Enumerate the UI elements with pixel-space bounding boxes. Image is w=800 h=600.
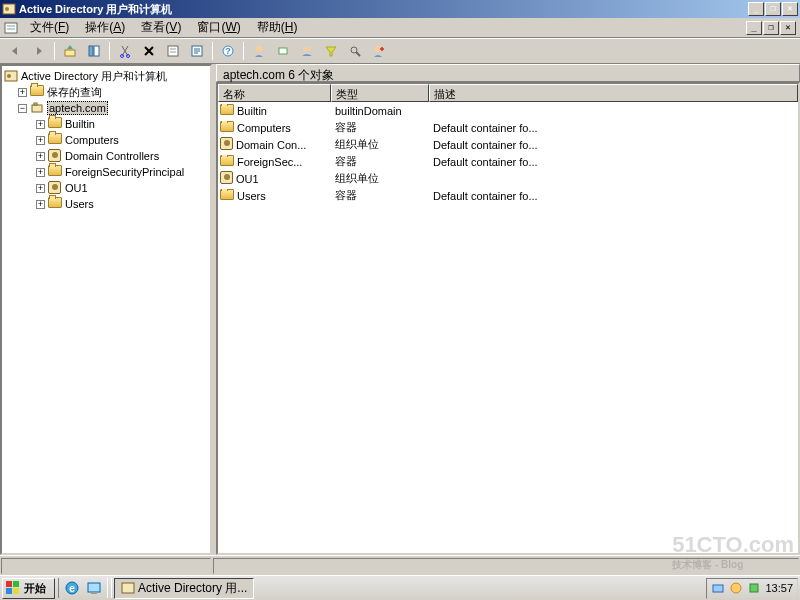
toolbar-separator (243, 42, 244, 60)
tree-label: OU1 (65, 182, 88, 194)
expand-icon[interactable]: + (36, 152, 45, 161)
app-icon (2, 2, 16, 16)
cell-type: builtinDomain (331, 105, 429, 117)
tree-item[interactable]: +OU1 (4, 180, 208, 196)
svg-point-1 (5, 7, 9, 11)
svg-rect-24 (6, 588, 12, 594)
expand-icon[interactable]: + (36, 168, 45, 177)
minimize-button[interactable]: _ (748, 2, 764, 16)
list-row[interactable]: Users容器Default container fo... (218, 187, 798, 204)
tray-icon[interactable] (729, 581, 743, 595)
window-title: Active Directory 用户和计算机 (19, 2, 748, 17)
cell-name: OU1 (236, 173, 259, 185)
statusbar (0, 555, 800, 575)
folder-icon (48, 197, 62, 211)
mdi-buttons: _ ❐ ✕ (746, 21, 796, 35)
column-desc[interactable]: 描述 (429, 84, 798, 102)
list-row[interactable]: Domain Con...组织单位Default container fo... (218, 136, 798, 153)
close-button[interactable]: ✕ (782, 2, 798, 16)
tree-item[interactable]: +Builtin (4, 116, 208, 132)
delete-button[interactable] (138, 40, 160, 62)
add-member-button[interactable] (368, 40, 390, 62)
svg-point-19 (7, 74, 11, 78)
list-body: 名称 类型 描述 BuiltinbuiltinDomainComputers容器… (216, 82, 800, 555)
forward-button[interactable] (28, 40, 50, 62)
tray-icon[interactable] (711, 581, 725, 595)
cell-name: Builtin (237, 105, 267, 117)
desktop-icon[interactable] (84, 578, 104, 598)
show-hide-button[interactable] (83, 40, 105, 62)
content-area: Active Directory 用户和计算机 + 保存的查询 − aptech… (0, 64, 800, 555)
expand-icon[interactable]: + (36, 120, 45, 129)
filter-button[interactable] (320, 40, 342, 62)
expand-icon[interactable]: + (18, 88, 27, 97)
folder-icon (220, 189, 234, 202)
expand-icon[interactable]: + (36, 184, 45, 193)
ad-icon (121, 581, 135, 595)
svg-point-15 (307, 47, 311, 51)
ie-icon[interactable]: e (62, 578, 82, 598)
cell-desc: Default container fo... (429, 122, 798, 134)
list-row[interactable]: ForeignSec...容器Default container fo... (218, 153, 798, 170)
cell-type: 组织单位 (331, 137, 429, 152)
clock[interactable]: 13:57 (765, 582, 793, 594)
status-panel (213, 558, 799, 574)
menu-action[interactable]: 操作(A) (77, 17, 133, 38)
help-button[interactable]: ? (217, 40, 239, 62)
mdi-close-button[interactable]: ✕ (780, 21, 796, 35)
maximize-button[interactable]: ❐ (765, 2, 781, 16)
svg-rect-8 (168, 46, 178, 56)
toolbar: ? (0, 38, 800, 64)
menu-view[interactable]: 查看(V) (133, 17, 189, 38)
expand-icon[interactable]: + (36, 200, 45, 209)
svg-rect-13 (279, 48, 287, 54)
column-name[interactable]: 名称 (218, 84, 331, 102)
tree-item[interactable]: +ForeignSecurityPrincipal (4, 164, 208, 180)
up-button[interactable] (59, 40, 81, 62)
svg-rect-31 (713, 585, 723, 592)
properties-button[interactable] (162, 40, 184, 62)
folder-icon (48, 133, 62, 147)
tree-label: Users (65, 198, 94, 210)
list-row[interactable]: OU1组织单位 (218, 170, 798, 187)
cell-type: 容器 (331, 188, 429, 203)
cell-desc: Default container fo... (429, 139, 798, 151)
new-group-button[interactable] (296, 40, 318, 62)
list-row[interactable]: Computers容器Default container fo... (218, 119, 798, 136)
menu-window[interactable]: 窗口(W) (189, 17, 248, 38)
taskbar: 开始 e Active Directory 用... 13:57 (0, 575, 800, 600)
collapse-icon[interactable]: − (18, 104, 27, 113)
tree-item[interactable]: +Domain Controllers (4, 148, 208, 164)
svg-rect-29 (91, 592, 97, 594)
tree-domain[interactable]: − aptech.com (4, 100, 208, 116)
search-button[interactable] (344, 40, 366, 62)
tray-icon[interactable] (747, 581, 761, 595)
tree-item[interactable]: +Users (4, 196, 208, 212)
back-button[interactable] (4, 40, 26, 62)
svg-rect-25 (13, 588, 19, 594)
svg-point-32 (731, 583, 741, 593)
folder-icon (48, 165, 62, 179)
cell-type: 容器 (331, 120, 429, 135)
start-button[interactable]: 开始 (2, 578, 55, 599)
find-button[interactable] (272, 40, 294, 62)
taskbar-task[interactable]: Active Directory 用... (114, 578, 254, 599)
tree-label: Builtin (65, 118, 95, 130)
mdi-minimize-button[interactable]: _ (746, 21, 762, 35)
svg-rect-28 (88, 583, 100, 592)
list-row[interactable]: BuiltinbuiltinDomain (218, 102, 798, 119)
column-type[interactable]: 类型 (331, 84, 429, 102)
toolbar-separator (54, 42, 55, 60)
menu-help[interactable]: 帮助(H) (249, 17, 306, 38)
mdi-restore-button[interactable]: ❐ (763, 21, 779, 35)
svg-rect-21 (34, 103, 37, 105)
refresh-button[interactable] (186, 40, 208, 62)
tree-saved-queries[interactable]: + 保存的查询 (4, 84, 208, 100)
expand-icon[interactable]: + (36, 136, 45, 145)
tree-root[interactable]: Active Directory 用户和计算机 (4, 68, 208, 84)
domain-icon (30, 101, 44, 115)
new-user-button[interactable] (248, 40, 270, 62)
tree-item[interactable]: +Computers (4, 132, 208, 148)
cut-button[interactable] (114, 40, 136, 62)
menu-file[interactable]: 文件(F) (22, 17, 77, 38)
